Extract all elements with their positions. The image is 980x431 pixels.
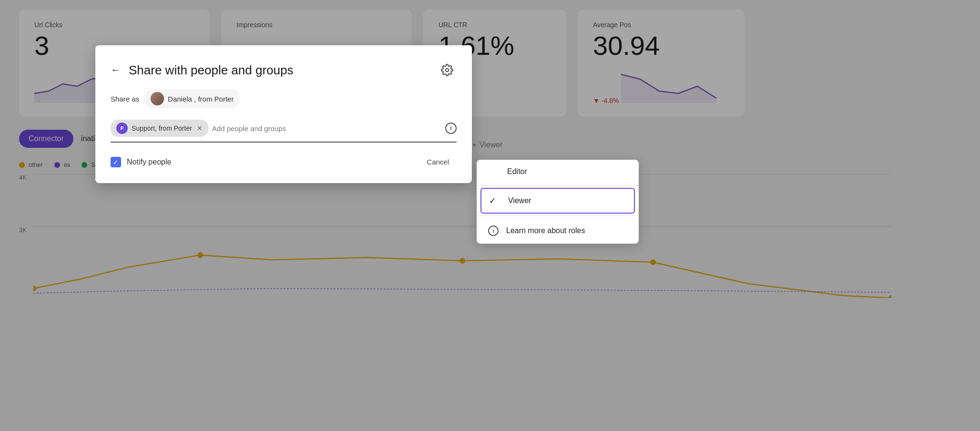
recipient-name: Support, from Porter <box>132 124 192 132</box>
role-dropdown-menu: Editor ✓ Viewer i Learn more about roles <box>477 160 639 244</box>
back-arrow-button[interactable]: ← <box>111 64 121 76</box>
notify-label: Notify people <box>127 158 171 166</box>
add-people-input[interactable] <box>212 124 441 133</box>
dialog-title: Share with people and groups <box>129 63 293 78</box>
share-as-label: Share as <box>111 95 139 103</box>
avatar-image <box>151 92 164 105</box>
viewer-menu-item[interactable]: ✓ Viewer <box>480 188 635 214</box>
learn-more-label: Learn more about roles <box>506 226 585 235</box>
viewer-label: Viewer <box>508 196 531 205</box>
gear-icon <box>441 64 453 76</box>
avatar <box>151 92 164 105</box>
info-icon-button[interactable]: i <box>445 123 457 134</box>
learn-more-info-icon: i <box>488 226 499 236</box>
editor-menu-item[interactable]: Editor <box>477 160 639 184</box>
learn-more-menu-item[interactable]: i Learn more about roles <box>477 218 639 244</box>
viewer-checkmark-icon: ✓ <box>489 195 500 206</box>
notify-left: ✓ Notify people <box>111 157 171 167</box>
share-as-chip[interactable]: Daniela , from Porter <box>144 89 240 108</box>
notify-checkbox[interactable]: ✓ <box>111 157 121 167</box>
people-input-area[interactable]: P Support, from Porter ✕ i <box>111 120 457 143</box>
dropdown-divider <box>477 185 639 186</box>
remove-recipient-button[interactable]: ✕ <box>197 124 203 132</box>
notify-row: ✓ Notify people Cancel <box>111 154 457 170</box>
viewer-role-label: Viewer <box>480 141 503 149</box>
cancel-button[interactable]: Cancel <box>419 154 457 170</box>
editor-label: Editor <box>507 167 527 176</box>
settings-gear-button[interactable] <box>438 61 457 80</box>
viewer-dropdown-trigger[interactable]: ▼ Viewer <box>472 141 503 149</box>
dropdown-divider-2 <box>477 216 639 216</box>
recipient-avatar: P <box>116 123 128 134</box>
recipient-chip: P Support, from Porter ✕ <box>111 120 208 137</box>
share-dialog: ← Share with people and groups Share as … <box>95 45 472 183</box>
dropdown-arrow-icon: ▼ <box>472 143 477 148</box>
share-as-user-name: Daniela , from Porter <box>168 95 234 103</box>
dialog-header: ← Share with people and groups <box>111 61 457 80</box>
share-as-row: Share as Daniela , from Porter <box>111 89 457 108</box>
dialog-title-row: ← Share with people and groups <box>111 63 293 78</box>
